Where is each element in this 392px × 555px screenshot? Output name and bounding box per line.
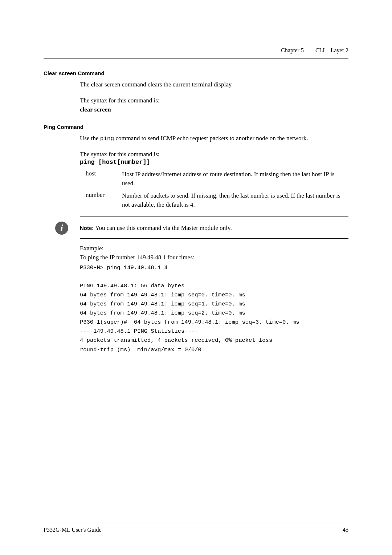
param-name-number: number	[86, 191, 122, 209]
clear-screen-heading: Clear screen Command	[44, 70, 348, 76]
chapter-title: CLI – Layer 2	[315, 47, 348, 53]
note-divider-bottom	[80, 238, 348, 239]
note-body: You can use this command via the Master …	[94, 224, 232, 231]
clear-screen-content: The clear screen command clears the curr…	[80, 80, 348, 114]
ping-desc-pre: Use the	[80, 135, 100, 142]
param-row-number: number Number of packets to send. If mis…	[86, 191, 348, 209]
example-label: Example:	[80, 244, 348, 253]
param-name-host: host	[86, 170, 122, 188]
note-row: i Note: You can use this command via the…	[44, 222, 348, 235]
ping-syntax-intro: The syntax for this command is:	[80, 150, 348, 159]
syntax-intro-text: The syntax for this command is:	[80, 96, 348, 105]
ping-param-table: host Host IP address/Internet address of…	[86, 170, 348, 210]
example-section: Example: To ping the IP number 149.49.48…	[80, 244, 348, 355]
ping-heading: Ping Command	[44, 124, 348, 130]
ping-syntax: ping [host[number]]	[80, 159, 348, 166]
footer-left: P332G-ML User's Guide	[44, 527, 102, 533]
ping-section: Ping Command Use the ping command to sen…	[44, 124, 348, 355]
page-header: Chapter 5 CLI – Layer 2	[44, 47, 348, 58]
note-icon-wrapper: i	[44, 222, 80, 235]
page-footer: P332G-ML User's Guide 45	[44, 523, 348, 533]
ping-description: Use the ping command to send ICMP echo r…	[80, 134, 348, 143]
ping-desc-post: command to send ICMP echo request packet…	[114, 135, 308, 142]
param-desc-host: Host IP address/Internet address of rout…	[122, 170, 348, 188]
ping-command-text: ping	[100, 135, 114, 142]
clear-screen-section: Clear screen Command The clear screen co…	[44, 70, 348, 114]
footer-page-number: 45	[343, 527, 348, 533]
clear-screen-syntax: clear screen	[80, 105, 348, 114]
clear-screen-description: The clear screen command clears the curr…	[80, 80, 348, 89]
param-desc-number: Number of packets to send. If missing, t…	[122, 191, 348, 209]
example-code: P330-N> ping 149.49.48.1 4 PING 149.49.4…	[80, 263, 348, 355]
note-label: Note:	[80, 225, 94, 231]
chapter-number: Chapter 5	[281, 47, 304, 53]
note-divider-top	[80, 216, 348, 216]
example-intro: To ping the IP number 149.49.48.1 four t…	[80, 253, 348, 262]
ping-content: Use the ping command to send ICMP echo r…	[80, 134, 348, 210]
param-row-host: host Host IP address/Internet address of…	[86, 170, 348, 188]
note-text: Note: You can use this command via the M…	[80, 224, 232, 232]
info-icon: i	[55, 222, 68, 235]
note-block: i Note: You can use this command via the…	[44, 216, 348, 239]
